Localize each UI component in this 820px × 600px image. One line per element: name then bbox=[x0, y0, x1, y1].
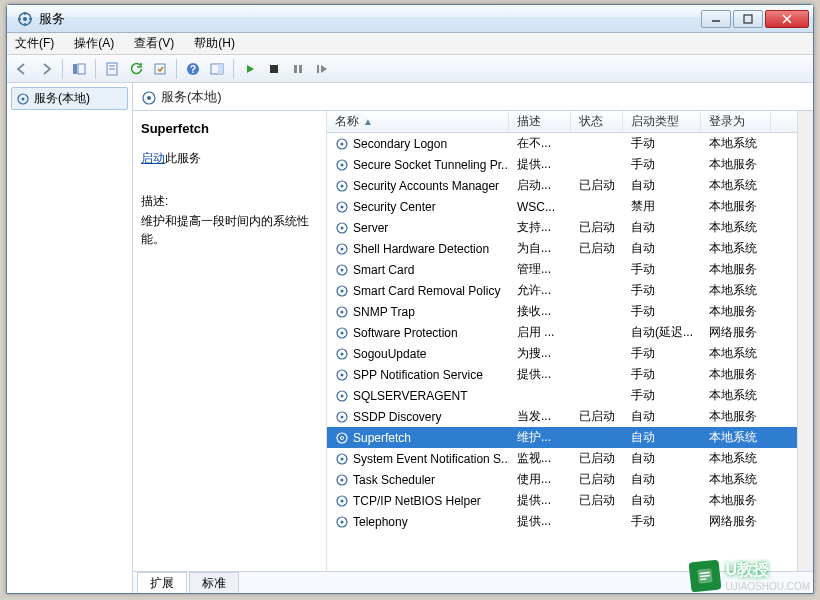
service-row[interactable]: Superfetch维护...自动本地系统 bbox=[327, 427, 797, 448]
watermark-url: UJIAOSHOU.COM bbox=[726, 581, 810, 592]
gear-icon bbox=[335, 494, 349, 508]
gear-icon bbox=[335, 221, 349, 235]
service-start-type: 手动 bbox=[623, 135, 701, 152]
column-start-type[interactable]: 启动类型 bbox=[623, 111, 701, 132]
service-row[interactable]: SSDP Discovery当发...已启动自动本地服务 bbox=[327, 406, 797, 427]
start-link[interactable]: 启动 bbox=[141, 151, 165, 165]
service-row[interactable]: System Event Notification S...监视...已启动自动… bbox=[327, 448, 797, 469]
sort-asc-icon: ▲ bbox=[363, 116, 373, 127]
service-name: SQLSERVERAGENT bbox=[353, 389, 467, 403]
service-desc: 管理... bbox=[509, 261, 571, 278]
service-logon: 本地系统 bbox=[701, 471, 771, 488]
gear-icon bbox=[16, 92, 30, 106]
service-desc: 启动... bbox=[509, 177, 571, 194]
svg-point-29 bbox=[341, 205, 344, 208]
service-row[interactable]: Task Scheduler使用...已启动自动本地系统 bbox=[327, 469, 797, 490]
service-status: 已启动 bbox=[571, 471, 623, 488]
window-title: 服务 bbox=[39, 10, 701, 28]
service-logon: 本地系统 bbox=[701, 177, 771, 194]
titlebar[interactable]: 服务 bbox=[7, 5, 813, 33]
service-name: SNMP Trap bbox=[353, 305, 415, 319]
start-service-button[interactable] bbox=[239, 58, 261, 80]
service-logon: 本地服务 bbox=[701, 261, 771, 278]
maximize-button[interactable] bbox=[733, 10, 763, 28]
detail-pane: Superfetch 启动此服务 描述: 维护和提高一段时间内的系统性能。 bbox=[133, 111, 327, 571]
service-start-type: 手动 bbox=[623, 345, 701, 362]
service-name: Smart Card bbox=[353, 263, 414, 277]
service-row[interactable]: Security Accounts Manager启动...已启动自动本地系统 bbox=[327, 175, 797, 196]
help-button[interactable]: ? bbox=[182, 58, 204, 80]
service-row[interactable]: Secure Socket Tunneling Pr...提供...手动本地服务 bbox=[327, 154, 797, 175]
properties-button[interactable] bbox=[101, 58, 123, 80]
service-logon: 本地服务 bbox=[701, 303, 771, 320]
service-row[interactable]: TCP/IP NetBIOS Helper提供...已启动自动本地服务 bbox=[327, 490, 797, 511]
service-row[interactable]: Smart Card Removal Policy允许...手动本地系统 bbox=[327, 280, 797, 301]
refresh-button[interactable] bbox=[125, 58, 147, 80]
back-button[interactable] bbox=[11, 58, 33, 80]
forward-button[interactable] bbox=[35, 58, 57, 80]
service-row[interactable]: Software Protection启用 ...自动(延迟...网络服务 bbox=[327, 322, 797, 343]
column-status[interactable]: 状态 bbox=[571, 111, 623, 132]
watermark: U教授 UJIAOSHOU.COM bbox=[690, 560, 810, 592]
stop-service-button[interactable] bbox=[263, 58, 285, 80]
svg-point-31 bbox=[341, 226, 344, 229]
gear-icon bbox=[335, 242, 349, 256]
service-desc: 提供... bbox=[509, 492, 571, 509]
service-start-type: 自动 bbox=[623, 219, 701, 236]
service-row[interactable]: Telephony提供...手动网络服务 bbox=[327, 511, 797, 532]
service-row[interactable]: SPP Notification Service提供...手动本地服务 bbox=[327, 364, 797, 385]
service-logon: 网络服务 bbox=[701, 513, 771, 530]
action-pane-button[interactable] bbox=[206, 58, 228, 80]
menu-view[interactable]: 查看(V) bbox=[130, 33, 178, 54]
service-start-type: 自动 bbox=[623, 429, 701, 446]
service-name: Smart Card Removal Policy bbox=[353, 284, 500, 298]
service-start-type: 手动 bbox=[623, 366, 701, 383]
service-desc: 提供... bbox=[509, 513, 571, 530]
service-row[interactable]: SQLSERVERAGENT手动本地系统 bbox=[327, 385, 797, 406]
column-name[interactable]: 名称▲ bbox=[327, 111, 509, 132]
toolbar-separator bbox=[62, 59, 63, 79]
vertical-scrollbar[interactable] bbox=[797, 111, 813, 571]
service-name: TCP/IP NetBIOS Helper bbox=[353, 494, 481, 508]
svg-point-25 bbox=[341, 163, 344, 166]
service-name: Telephony bbox=[353, 515, 408, 529]
svg-rect-14 bbox=[270, 65, 278, 73]
service-row[interactable]: Smart Card管理...手动本地服务 bbox=[327, 259, 797, 280]
menu-help[interactable]: 帮助(H) bbox=[190, 33, 239, 54]
close-button[interactable] bbox=[765, 10, 809, 28]
restart-service-button[interactable] bbox=[311, 58, 333, 80]
minimize-button[interactable] bbox=[701, 10, 731, 28]
toolbar-separator bbox=[95, 59, 96, 79]
service-row[interactable]: Shell Hardware Detection为自...已启动自动本地系统 bbox=[327, 238, 797, 259]
list-body[interactable]: Secondary Logon在不...手动本地系统Secure Socket … bbox=[327, 133, 797, 571]
service-row[interactable]: SNMP Trap接收...手动本地服务 bbox=[327, 301, 797, 322]
menu-action[interactable]: 操作(A) bbox=[70, 33, 118, 54]
gear-icon bbox=[335, 431, 349, 445]
watermark-text-block: U教授 UJIAOSHOU.COM bbox=[726, 560, 810, 592]
service-start-type: 自动 bbox=[623, 450, 701, 467]
service-row[interactable]: SogouUpdate为搜...手动本地系统 bbox=[327, 343, 797, 364]
svg-point-49 bbox=[341, 415, 344, 418]
service-logon: 本地系统 bbox=[701, 429, 771, 446]
pause-service-button[interactable] bbox=[287, 58, 309, 80]
list-header: 名称▲ 描述 状态 启动类型 登录为 bbox=[327, 111, 797, 133]
service-row[interactable]: Server支持...已启动自动本地系统 bbox=[327, 217, 797, 238]
service-desc: 启用 ... bbox=[509, 324, 571, 341]
service-row[interactable]: Security CenterWSC...禁用本地服务 bbox=[327, 196, 797, 217]
service-start-type: 手动 bbox=[623, 156, 701, 173]
service-name: Software Protection bbox=[353, 326, 458, 340]
show-hide-tree-button[interactable] bbox=[68, 58, 90, 80]
tab-extended[interactable]: 扩展 bbox=[137, 572, 187, 593]
tab-standard[interactable]: 标准 bbox=[189, 572, 239, 593]
selected-service-name: Superfetch bbox=[141, 121, 318, 136]
service-start-type: 自动 bbox=[623, 177, 701, 194]
tree-root-item[interactable]: 服务(本地) bbox=[11, 87, 128, 110]
column-logon[interactable]: 登录为 bbox=[701, 111, 771, 132]
menu-file[interactable]: 文件(F) bbox=[11, 33, 58, 54]
service-name: Security Center bbox=[353, 200, 436, 214]
column-desc[interactable]: 描述 bbox=[509, 111, 571, 132]
svg-point-59 bbox=[341, 520, 344, 523]
export-button[interactable] bbox=[149, 58, 171, 80]
service-logon: 本地系统 bbox=[701, 240, 771, 257]
service-row[interactable]: Secondary Logon在不...手动本地系统 bbox=[327, 133, 797, 154]
